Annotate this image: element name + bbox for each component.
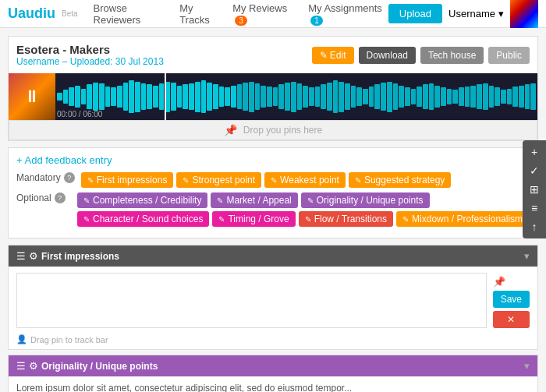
tag-character[interactable]: ✎ Character / Sound choices	[77, 211, 209, 227]
tag-originality[interactable]: ✎ Originality / Unique points	[301, 192, 430, 208]
sidebar-grid-icon[interactable]: ⊞	[526, 181, 543, 198]
edit-button[interactable]: ✎ Edit	[312, 47, 354, 64]
sidebar-up-icon[interactable]: ↑	[526, 218, 543, 235]
tag-strongest-point[interactable]: ✎ Strongest point	[176, 172, 261, 188]
visibility-button[interactable]: Public	[488, 47, 530, 64]
track-info: Esotera - Makers Username – Uploaded: 30…	[16, 43, 164, 67]
mandatory-tags: ✎ First impressions ✎ Strongest point ✎ …	[81, 172, 452, 188]
entry-originality-gear-icon[interactable]: ⚙	[29, 360, 38, 372]
tag-mixdown[interactable]: ✎ Mixdown / Professionalism	[396, 211, 529, 227]
entry-originality-text: Lorem ipsum dolor sit amet, consectetur …	[16, 383, 530, 392]
upload-button[interactable]: Upload	[388, 4, 442, 23]
right-sidebar: + ✓ ⊞ ≡ ↑	[523, 140, 546, 238]
nav-right: Upload Username ▾	[388, 0, 538, 28]
entry-first-tools: 📌 Save ✕	[493, 273, 530, 328]
download-button[interactable]: Download	[359, 47, 416, 64]
entry-originality: ☰ ⚙ Originality / Unique points ▾ Lorem …	[8, 355, 538, 392]
nav-browse-reviewers[interactable]: Browse Reviewers	[94, 2, 168, 26]
sidebar-list-icon[interactable]: ≡	[526, 200, 543, 217]
track-title: Esotera - Makers	[16, 43, 164, 56]
genre-button[interactable]: Tech house	[420, 47, 484, 64]
feedback-section: + Add feedback entry ▾ Mandatory ? ✎ Fir…	[8, 147, 538, 238]
track-uploader: Username	[16, 56, 59, 67]
entry-first-impressions: ☰ ⚙ First impressions ▾ 📌 Save ✕ 👤 Drag …	[8, 245, 538, 350]
entry-first-title: First impressions	[41, 251, 119, 262]
entry-first-textarea[interactable]	[16, 273, 487, 328]
tag-timing[interactable]: ✎ Timing / Grove	[212, 211, 295, 227]
add-feedback-row: + Add feedback entry ▾	[16, 154, 530, 166]
entry-first-pin-label: Drag pin to track bar	[30, 335, 108, 344]
tag-weakest-point[interactable]: ✎ Weakest point	[264, 172, 346, 188]
optional-row: Optional ? ✎ Completeness / Credibility …	[16, 192, 530, 227]
album-art[interactable]: ⏸	[9, 73, 55, 120]
sidebar-check-icon[interactable]: ✓	[526, 162, 543, 179]
time-display: 00:00 / 06:00	[57, 110, 102, 118]
logo[interactable]: Uaudiu	[8, 5, 55, 22]
beta-label: Beta	[62, 9, 78, 18]
my-reviews-badge: 3	[235, 16, 247, 26]
waveform-bars	[55, 73, 537, 120]
logo-text: audiu	[18, 5, 55, 21]
track-player: ⏸ 00:00 / 06:00	[9, 73, 537, 120]
entry-first-header: ☰ ⚙ First impressions ▾	[9, 245, 537, 267]
optional-help-icon[interactable]: ?	[55, 192, 66, 203]
entry-originality-content: Lorem ipsum dolor sit amet, consectetur …	[9, 376, 537, 392]
waveform[interactable]: 00:00 / 06:00	[55, 73, 537, 120]
add-feedback-button[interactable]: + Add feedback entry	[16, 154, 112, 166]
pin-bar-text: Drop you pins here	[243, 125, 322, 136]
username-menu[interactable]: Username ▾	[448, 8, 504, 19]
nav-my-reviews[interactable]: My Reviews 3	[232, 2, 296, 26]
entry-first-save-button[interactable]: Save	[493, 291, 530, 308]
mandatory-help-icon[interactable]: ?	[64, 172, 75, 183]
entry-originality-header: ☰ ⚙ Originality / Unique points ▾	[9, 355, 537, 376]
playhead	[165, 73, 166, 120]
entry-first-delete-button[interactable]: ✕	[493, 311, 530, 328]
chevron-down-icon: ▾	[498, 8, 504, 19]
track-header: Esotera - Makers Username – Uploaded: 30…	[9, 37, 537, 73]
nav-my-assignments[interactable]: My Assignments 1	[308, 2, 388, 26]
entry-originality-chevron-icon[interactable]: ▾	[524, 360, 530, 372]
my-assignments-badge: 1	[310, 16, 323, 26]
nav-links: Browse Reviewers My Tracks My Reviews 3 …	[94, 2, 388, 26]
optional-label: Optional ?	[16, 192, 71, 203]
track-meta: Username – Uploaded: 30 Jul 2013	[16, 56, 164, 67]
entry-first-pin-icon: 👤	[16, 334, 27, 344]
sidebar-plus-icon[interactable]: +	[526, 143, 543, 161]
track-card: Esotera - Makers Username – Uploaded: 30…	[8, 36, 538, 141]
tag-first-impressions[interactable]: ✎ First impressions	[81, 172, 174, 188]
play-pause-icon[interactable]: ⏸	[23, 87, 41, 107]
track-upload-date: – Uploaded: 30 Jul 2013	[62, 56, 164, 67]
tag-flow[interactable]: ✎ Flow / Transitions	[299, 211, 393, 227]
pin-icon: 📌	[224, 124, 237, 136]
track-actions: ✎ Edit Download Tech house Public	[312, 47, 530, 64]
tag-market-appeal[interactable]: ✎ Market / Appeal	[211, 192, 297, 208]
tag-suggested-strategy[interactable]: ✎ Suggested strategy	[349, 172, 451, 188]
mandatory-row: Mandatory ? ✎ First impressions ✎ Strong…	[16, 172, 530, 188]
entry-first-chevron-icon[interactable]: ▾	[524, 250, 530, 262]
optional-tags: ✎ Completeness / Credibility ✎ Market / …	[77, 192, 530, 227]
entry-originality-title: Originality / Unique points	[41, 361, 158, 372]
entry-first-content: 📌 Save ✕	[9, 267, 537, 334]
entry-first-gear-icon[interactable]: ⚙	[29, 250, 38, 262]
mandatory-label: Mandatory ?	[16, 172, 75, 183]
nav-avatar[interactable]	[510, 0, 538, 28]
main-content: Esotera - Makers Username – Uploaded: 30…	[0, 28, 546, 392]
tag-completeness[interactable]: ✎ Completeness / Credibility	[77, 192, 207, 208]
nav-my-tracks[interactable]: My Tracks	[179, 2, 220, 26]
username-label: Username	[448, 8, 495, 19]
pin-bar[interactable]: 📌 Drop you pins here	[9, 120, 537, 140]
entry-first-list-icon: ☰	[16, 250, 26, 262]
entry-first-pin-tool-icon[interactable]: 📌	[493, 276, 530, 288]
top-nav: Uaudiu Beta Browse Reviewers My Tracks M…	[0, 0, 546, 28]
entry-first-pin-bar: 👤 Drag pin to track bar	[9, 334, 537, 349]
entry-originality-list-icon: ☰	[16, 360, 26, 372]
